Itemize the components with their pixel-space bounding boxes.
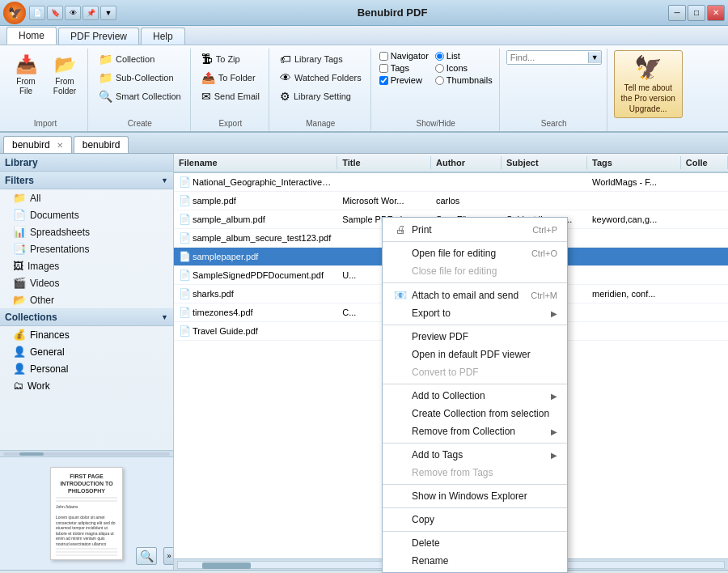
ctx-item: Convert to PDF (383, 363, 567, 381)
sidebar-item-images[interactable]: 🖼 Images (0, 257, 173, 274)
preview-zoom-button[interactable]: 🔍 (136, 547, 157, 565)
filters-arrow[interactable]: ▼ (161, 176, 168, 185)
close-button[interactable]: ✕ (707, 5, 725, 21)
search-input[interactable] (507, 51, 588, 64)
hscroll-thumb[interactable] (202, 562, 251, 569)
collections-arrow[interactable]: ▼ (161, 313, 168, 321)
ctx-separator (383, 241, 567, 242)
maximize-button[interactable]: □ (688, 5, 705, 21)
collection-button[interactable]: 📁 Collection (95, 50, 185, 68)
library-setting-button[interactable]: ⚙ Library Setting (276, 87, 366, 105)
coll-item-general[interactable]: 👤 General (0, 343, 173, 360)
col-header-tags[interactable]: Tags (587, 156, 681, 169)
sidebar-expand-button[interactable]: » (163, 547, 174, 565)
tags-checkbox[interactable] (379, 64, 388, 73)
to-zip-button[interactable]: 🗜 To Zip (197, 50, 264, 68)
ctx-item[interactable]: 📧Attach to email and sendCtrl+M (383, 286, 567, 304)
ribbon-group-show-hide: Navigator Tags Preview List Ic (373, 49, 500, 131)
personal-label: Personal (30, 363, 68, 375)
ribbon-group-import: 📥 FromFile 📂 FromFolder Import (3, 49, 88, 131)
file-row[interactable]: 📄sample.pdfMicrosoft Wor...carlos (174, 192, 728, 210)
ctx-item-left: Create Collection from selection (392, 408, 549, 419)
ctx-item[interactable]: Open file for editingCtrl+O (383, 244, 567, 262)
sidebar-item-spreadsheets[interactable]: 📊 Spreadsheets (0, 223, 173, 240)
thumbnails-radio-row: Thumbnails (434, 74, 494, 86)
quick-access-dropdown[interactable]: ▼ (100, 6, 116, 20)
pdf-icon: 📄 (179, 195, 191, 206)
icons-radio[interactable] (435, 64, 444, 73)
sidebar-item-presentations[interactable]: 📑 Presentations (0, 240, 173, 257)
sidebar-scroll-track (3, 452, 170, 456)
ctx-item[interactable]: Open in default PDF viewer (383, 346, 567, 363)
minimize-button[interactable]: ─ (668, 5, 686, 21)
from-folder-icon: 📂 (54, 54, 76, 75)
sidebar-item-documents[interactable]: 📄 Documents (0, 206, 173, 223)
all-icon: 📁 (13, 192, 26, 204)
doc-tab-2[interactable]: benubird (74, 136, 129, 153)
quick-access-btn-4[interactable]: 📌 (83, 6, 99, 20)
coll-item-work[interactable]: 🗂 Work (0, 377, 173, 394)
sidebar-item-all[interactable]: 📁 All (0, 189, 173, 206)
col-header-subject[interactable]: Subject (502, 156, 587, 169)
title-bar: 🦅 📄 🔖 👁 📌 ▼ Benubird PDF ─ □ ✕ (0, 0, 728, 26)
from-file-button[interactable]: 📥 FromFile (8, 50, 44, 100)
col-header-author[interactable]: Author (431, 156, 502, 169)
search-dropdown-arrow[interactable]: ▼ (588, 52, 601, 63)
sub-collection-button[interactable]: 📁 Sub-Collection (95, 69, 185, 87)
watched-folders-icon: 👁 (280, 71, 291, 84)
ctx-item[interactable]: Delete (383, 534, 567, 552)
sidebar-scroll-thumb[interactable] (19, 452, 44, 456)
tab-pdf-preview[interactable]: PDF Preview (58, 28, 139, 45)
tab-home[interactable]: Home (6, 27, 57, 45)
promo-button[interactable]: 🦅 Tell me aboutthe Pro versionUpgrade... (614, 50, 683, 118)
col-header-filename[interactable]: Filename (174, 156, 337, 169)
sidebar-item-other[interactable]: 📂 Other (0, 291, 173, 308)
smart-collection-button[interactable]: 🔍 Smart Collection (95, 87, 185, 105)
pline-2 (56, 500, 117, 502)
tab-help[interactable]: Help (141, 28, 185, 45)
ctx-item[interactable]: Export to▶ (383, 304, 567, 322)
col-header-title[interactable]: Title (337, 156, 431, 169)
coll-item-personal[interactable]: 👤 Personal (0, 360, 173, 377)
sidebar-scroll[interactable] (0, 450, 173, 456)
ctx-item-left: Preview PDF (392, 331, 468, 342)
watched-folders-button[interactable]: 👁 Watched Folders (276, 69, 366, 87)
ctx-item[interactable]: 🖨PrintCtrl+P (383, 220, 567, 239)
filters-header[interactable]: Filters ▼ (0, 172, 173, 189)
ctx-item[interactable]: Remove from Collection▶ (383, 422, 567, 440)
file-row[interactable]: 📄National_Geographic_Interactive_2...Wor… (174, 173, 728, 192)
ctx-item-left: Show in Windows Explorer (392, 490, 527, 502)
send-email-button[interactable]: ✉ Send Email (197, 87, 264, 105)
sub-collection-label: Sub-Collection (116, 73, 174, 83)
coll-item-finances[interactable]: 💰 Finances (0, 326, 173, 343)
ctx-item[interactable]: Rename (383, 552, 567, 570)
quick-access-btn-1[interactable]: 📄 (29, 6, 45, 20)
ctx-item-label: Open in default PDF viewer (412, 349, 531, 360)
file-table-header: Filename Title Author Subject Tags Colle (174, 154, 728, 173)
ctx-item[interactable]: Create Collection from selection (383, 405, 567, 422)
documents-label: Documents (30, 210, 79, 221)
doc-tab-1-close[interactable]: ✕ (57, 141, 63, 150)
navigator-checkbox[interactable] (379, 52, 388, 61)
from-folder-button[interactable]: 📂 FromFolder (47, 50, 83, 100)
ctx-item[interactable]: Add to Tags▶ (383, 446, 567, 464)
col-header-coll[interactable]: Colle (681, 156, 728, 169)
doc-tab-1[interactable]: benubird ✕ (3, 136, 72, 153)
collections-header[interactable]: Collections ▼ (0, 308, 173, 326)
quick-access-btn-3[interactable]: 👁 (65, 6, 81, 20)
library-tags-button[interactable]: 🏷 Library Tags (276, 50, 366, 68)
manage-group-label: Manage (306, 119, 335, 128)
quick-access-btn-2[interactable]: 🔖 (47, 6, 63, 20)
ctx-separator (383, 484, 567, 485)
file-cell-subject (502, 199, 587, 202)
pline-5 (56, 554, 117, 556)
preview-checkbox[interactable] (379, 76, 388, 85)
sidebar-item-videos[interactable]: 🎬 Videos (0, 274, 173, 291)
list-radio[interactable] (435, 52, 444, 61)
ctx-item[interactable]: Add to Collection▶ (383, 387, 567, 405)
thumbnails-radio[interactable] (435, 76, 444, 85)
ctx-item[interactable]: Preview PDF (383, 328, 567, 346)
to-folder-button[interactable]: 📤 To Folder (197, 69, 264, 87)
ctx-item[interactable]: Copy (383, 511, 567, 528)
ctx-item[interactable]: Show in Windows Explorer (383, 487, 567, 505)
